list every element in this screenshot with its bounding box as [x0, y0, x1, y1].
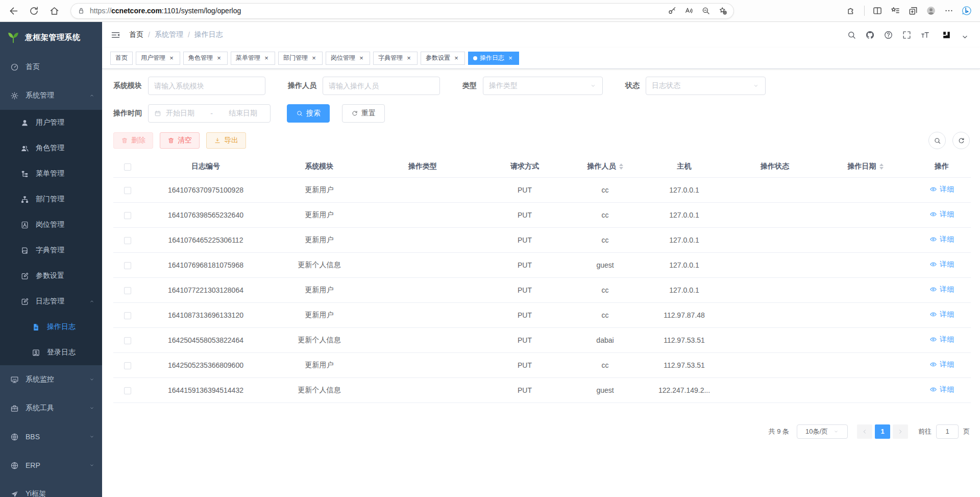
prev-page-button[interactable]: [857, 424, 872, 439]
tab-user-mgmt[interactable]: 用户管理×: [136, 52, 180, 65]
tab-close-icon[interactable]: ×: [310, 55, 317, 62]
column-header-operator[interactable]: 操作人员: [573, 156, 637, 177]
add-favorite-icon[interactable]: [718, 6, 727, 15]
sidebar-item-dept-mgmt[interactable]: 部门管理: [0, 186, 102, 212]
row-checkbox[interactable]: [124, 212, 131, 219]
split-screen-icon[interactable]: [872, 6, 883, 16]
sidebar-item-menu-mgmt[interactable]: 菜单管理: [0, 161, 102, 186]
tab-oper-log[interactable]: 操作日志×: [468, 52, 519, 65]
font-size-icon[interactable]: [920, 30, 930, 40]
tab-close-icon[interactable]: ×: [507, 55, 514, 62]
row-checkbox[interactable]: [124, 387, 131, 394]
sidebar-item-dict-mgmt[interactable]: 字典管理: [0, 238, 102, 263]
sidebar-item-post-mgmt[interactable]: 岗位管理: [0, 212, 102, 238]
tab-dict-mgmt[interactable]: 字典管理×: [373, 52, 418, 65]
sidebar-item-param-settings[interactable]: 参数设置: [0, 263, 102, 289]
type-select[interactable]: 操作类型: [483, 77, 603, 95]
sidebar-item-user-mgmt[interactable]: 用户管理: [0, 110, 102, 135]
row-checkbox[interactable]: [124, 312, 131, 319]
select-all-checkbox[interactable]: [124, 163, 131, 171]
sidebar-item-oper-log[interactable]: 操作日志: [0, 314, 102, 340]
sidebar-item-system-tools[interactable]: 系统工具: [0, 394, 102, 422]
sidebar-item-erp[interactable]: ERP: [0, 451, 102, 480]
detail-link[interactable]: 详细: [929, 210, 954, 219]
tab-close-icon[interactable]: ×: [453, 55, 460, 62]
header-search-icon[interactable]: [847, 30, 856, 40]
row-checkbox[interactable]: [124, 337, 131, 344]
help-icon[interactable]: [884, 30, 893, 40]
detail-link[interactable]: 详细: [929, 385, 954, 394]
row-checkbox[interactable]: [124, 262, 131, 269]
tab-post-mgmt[interactable]: 岗位管理×: [326, 52, 370, 65]
date-range-picker[interactable]: 开始日期 - 结束日期: [148, 104, 271, 123]
tab-dept-mgmt[interactable]: 部门管理×: [278, 52, 323, 65]
address-bar[interactable]: https://ccnetcore.com:1101/system/log/op…: [70, 3, 734, 19]
row-checkbox[interactable]: [124, 237, 131, 244]
row-checkbox[interactable]: [124, 187, 131, 194]
sidebar-item-system-mgmt[interactable]: 系统管理: [0, 81, 102, 110]
back-icon[interactable]: [8, 6, 19, 16]
tab-close-icon[interactable]: ×: [358, 55, 365, 62]
sidebar-item-home[interactable]: 首页: [0, 53, 102, 81]
export-button[interactable]: 导出: [206, 132, 246, 149]
tab-param-settings[interactable]: 参数设置×: [421, 52, 465, 65]
tab-close-icon[interactable]: ×: [405, 55, 412, 62]
sort-caret-icon[interactable]: [879, 163, 884, 170]
row-checkbox[interactable]: [124, 287, 131, 294]
page-size-select[interactable]: 10条/页: [797, 424, 848, 439]
extensions-icon[interactable]: [846, 6, 856, 16]
avatar-caret-icon[interactable]: [960, 32, 970, 42]
sidebar-item-bbs[interactable]: BBS: [0, 422, 102, 451]
github-icon[interactable]: [865, 30, 875, 40]
goto-page-input[interactable]: [936, 424, 959, 439]
tab-close-icon[interactable]: ×: [168, 55, 175, 62]
refresh-table-button[interactable]: [952, 132, 970, 149]
password-key-icon[interactable]: [668, 6, 677, 15]
sidebar-item-login-log[interactable]: 登录日志: [0, 340, 102, 365]
next-page-button[interactable]: [893, 424, 908, 439]
tab-close-icon[interactable]: ×: [263, 55, 270, 62]
clear-button[interactable]: 清空: [160, 132, 200, 149]
search-button[interactable]: 搜索: [287, 104, 330, 123]
detail-link[interactable]: 详细: [929, 260, 954, 269]
home-icon[interactable]: [49, 6, 60, 16]
breadcrumb-item[interactable]: 首页: [129, 30, 143, 39]
status-select[interactable]: 日志状态: [646, 77, 766, 95]
sidebar-item-role-mgmt[interactable]: 角色管理: [0, 135, 102, 161]
profile-avatar-icon[interactable]: [926, 6, 936, 16]
sort-caret-icon[interactable]: [619, 163, 623, 170]
tab-role-mgmt[interactable]: 角色管理×: [183, 52, 228, 65]
cell-host: 112.97.53.51: [637, 327, 731, 352]
sidebar-item-system-monitor[interactable]: 系统监控: [0, 365, 102, 394]
detail-link[interactable]: 详细: [929, 235, 954, 244]
tab-close-icon[interactable]: ×: [215, 55, 223, 62]
column-header-date[interactable]: 操作日期: [818, 156, 913, 177]
bing-chat-icon[interactable]: [962, 6, 972, 16]
show-search-button[interactable]: [928, 132, 946, 149]
more-menu-icon[interactable]: [944, 6, 954, 16]
read-aloud-icon[interactable]: [684, 6, 694, 15]
reset-button[interactable]: 重置: [342, 104, 385, 123]
detail-link[interactable]: 详细: [929, 285, 954, 294]
module-input[interactable]: [154, 82, 259, 90]
hamburger-icon[interactable]: [110, 30, 121, 40]
page-number-button[interactable]: 1: [875, 424, 890, 439]
user-logo-avatar[interactable]: [942, 30, 951, 40]
delete-button[interactable]: 删除: [113, 132, 153, 149]
detail-link[interactable]: 详细: [929, 185, 954, 194]
fullscreen-icon[interactable]: [902, 30, 912, 40]
detail-link[interactable]: 详细: [929, 335, 954, 344]
detail-link[interactable]: 详细: [929, 360, 954, 369]
zoom-out-icon[interactable]: [701, 6, 710, 15]
sidebar-item-log-mgmt[interactable]: 日志管理: [0, 289, 102, 314]
app-logo[interactable]: 意框架管理系统: [0, 22, 102, 53]
collections-icon[interactable]: [908, 6, 918, 16]
sidebar-item-yi-framework[interactable]: Yi框架: [0, 480, 102, 497]
operator-input[interactable]: [329, 82, 434, 90]
favorites-icon[interactable]: [890, 6, 900, 16]
row-checkbox[interactable]: [124, 362, 131, 369]
detail-link[interactable]: 详细: [929, 310, 954, 319]
refresh-icon[interactable]: [29, 6, 39, 16]
tab-menu-mgmt[interactable]: 菜单管理×: [231, 52, 275, 65]
tab-home[interactable]: 首页: [110, 52, 133, 65]
